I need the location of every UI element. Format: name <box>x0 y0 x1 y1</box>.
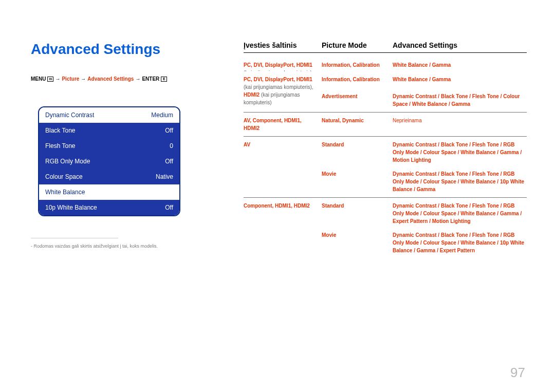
txt: Dynamic Contrast / Black Tone / Flesh To… <box>393 231 527 254</box>
menu-label: RGB Only Mode <box>45 158 90 165</box>
menu-label: Colour Space <box>45 173 83 180</box>
txt: Standard <box>322 202 393 210</box>
menu-colour-space[interactable]: Colour Space Native <box>39 169 179 184</box>
menu-value: Off <box>165 158 173 165</box>
menu-value: Medium <box>151 111 173 119</box>
cell-input-source: PC, DVI, DisplayPort, HDMI1 (kai prijung… <box>244 76 322 108</box>
breadcrumb-enter: ENTER <box>142 76 159 82</box>
breadcrumb-advanced: Advanced Settings <box>87 76 134 82</box>
menu-rgb-only-mode[interactable]: RGB Only Mode Off <box>39 154 179 169</box>
table-row: AV Standard Movie Dynamic Contrast / Bla… <box>244 137 527 198</box>
cell-advanced-group: Dynamic Contrast / Black Tone / Flesh To… <box>393 202 527 254</box>
menu-label: White Balance <box>45 189 85 196</box>
menu-10p-white-balance[interactable]: 10p White Balance Off <box>39 200 179 215</box>
breadcrumb-picture: Picture <box>62 76 79 82</box>
menu-dynamic-contrast[interactable]: Dynamic Contrast Medium <box>39 107 179 123</box>
breadcrumb: MENU m → Picture → Advanced Settings → E… <box>31 76 211 82</box>
page-heading: Advanced Settings <box>31 41 211 58</box>
txt: Dynamic Contrast / Black Tone / Flesh To… <box>393 92 527 108</box>
cell-input-source: AV, Component, HDMI1, HDMI2 <box>244 117 322 132</box>
table-row: AV, Component, HDMI1, HDMI2 Natural, Dyn… <box>244 113 527 137</box>
table-row: PC, DVI, DisplayPort, HDMI1 (kai prijung… <box>244 71 527 113</box>
txt: Standard <box>322 141 393 148</box>
settings-panel: Dynamic Contrast Medium Black Tone Off F… <box>38 106 180 216</box>
table-row: Component, HDMI1, HDMI2 Standard Movie D… <box>244 198 527 258</box>
breadcrumb-arrow: → <box>135 76 140 82</box>
menu-label: 10p White Balance <box>45 204 97 211</box>
menu-label: Black Tone <box>45 127 75 134</box>
menu-label: Dynamic Contrast <box>45 111 94 119</box>
cell-advanced: Neprieinama <box>393 117 527 132</box>
menu-value: Off <box>165 127 173 134</box>
footnote-divider <box>31 238 118 238</box>
txt: Movie <box>322 231 393 239</box>
menu-black-tone[interactable]: Black Tone Off <box>39 123 179 138</box>
table-body-real: PC, DVI, DisplayPort, HDMI1 (kai prijung… <box>244 71 527 258</box>
menu-flesh-tone[interactable]: Flesh Tone 0 <box>39 138 179 154</box>
page-number: 97 <box>510 365 525 381</box>
txt: PC, DVI, DisplayPort, HDMI1 <box>244 77 312 82</box>
breadcrumb-arrow: → <box>81 76 86 82</box>
footnote: - Rodomas vaizdas gali skirtis atsižvelg… <box>31 244 211 249</box>
txt: Information, Calibration <box>322 76 393 83</box>
menu-label: Flesh Tone <box>45 142 75 150</box>
cell-picture-mode-group: Standard Movie <box>322 202 393 254</box>
table-header: Įvesties šaltinis Picture Mode Advanced … <box>244 41 527 53</box>
th-advanced-settings: Advanced Settings <box>393 41 527 49</box>
txt-sub: (kai prijungiamas kompiuteris), <box>244 83 317 91</box>
txt: Dynamic Contrast / Black Tone / Flesh To… <box>393 202 527 225</box>
menu-value: Off <box>165 204 173 211</box>
txt: Dynamic Contrast / Black Tone / Flesh To… <box>393 141 527 164</box>
menu-icon: m <box>47 77 53 82</box>
txt: Movie <box>322 170 393 178</box>
cell-advanced-group: White Balance / Gamma Dynamic Contrast /… <box>393 76 527 108</box>
th-picture-mode: Picture Mode <box>322 41 393 49</box>
cell-input-source: Component, HDMI1, HDMI2 <box>244 202 322 254</box>
menu-value: 0 <box>170 142 173 150</box>
breadcrumb-arrow: → <box>55 76 60 82</box>
cell-input-source: AV <box>244 141 322 193</box>
txt: White Balance / Gamma <box>393 76 527 83</box>
txt: PC, DVI, DisplayPort, HDMI1 <box>244 62 312 68</box>
menu-value: Native <box>156 173 173 180</box>
cell-picture-mode-group: Information, Calibration Advertisement <box>322 76 393 108</box>
th-input-source: Įvesties šaltinis <box>244 41 322 49</box>
menu-white-balance[interactable]: White Balance <box>39 184 179 200</box>
txt: Advertisement <box>322 92 393 100</box>
txt: Dynamic Contrast / Black Tone / Flesh To… <box>393 170 527 193</box>
enter-icon: E <box>161 77 167 82</box>
cell-advanced-group: Dynamic Contrast / Black Tone / Flesh To… <box>393 141 527 193</box>
cell-picture-mode-group: Standard Movie <box>322 141 393 193</box>
txt: HDMI2 <box>244 92 260 98</box>
footnote-text: Rodomas vaizdas gali skirtis atsižvelgia… <box>34 244 158 249</box>
cell-picture-mode: Natural, Dynamic <box>322 117 393 132</box>
breadcrumb-menu: MENU <box>31 76 46 82</box>
